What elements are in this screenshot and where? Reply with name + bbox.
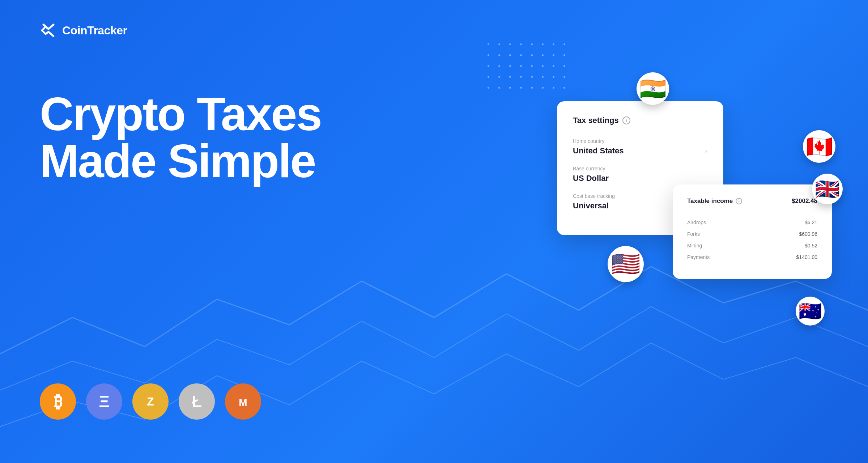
crypto-coins-row: ₿ Ξ Z Ł M	[40, 383, 261, 420]
zcash-coin: Z	[132, 383, 169, 420]
payments-value: $1401.00	[796, 254, 817, 260]
base-currency-label: Base currency	[573, 166, 707, 171]
income-info-icon[interactable]: i	[736, 198, 742, 204]
base-currency-value: US Dollar	[573, 174, 609, 183]
hero-section: Crypto Taxes Made Simple	[40, 90, 321, 184]
bitcoin-coin: ₿	[40, 383, 76, 420]
taxable-income-label: Taxable income	[687, 197, 733, 205]
income-card: Taxable income i $2002.48 Airdrops $6.21…	[673, 184, 832, 279]
mining-row: Mining $0.52	[687, 243, 817, 249]
svg-text:M: M	[239, 397, 247, 408]
logo[interactable]: CoinTracker	[40, 22, 127, 39]
uk-flag: 🇬🇧	[812, 174, 843, 204]
india-flag: 🇮🇳	[637, 72, 669, 105]
hero-line1: Crypto Taxes	[40, 90, 321, 137]
ethereum-coin: Ξ	[86, 383, 122, 420]
hero-line2: Made Simple	[40, 137, 321, 184]
litecoin-coin: Ł	[179, 383, 215, 420]
forks-value: $600.96	[799, 231, 817, 237]
cost-base-value: Universal	[573, 201, 609, 211]
ui-cards-area: 🇮🇳 🇨🇦 🇬🇧 🇺🇸 🇦🇺 Tax settings i Home count…	[557, 72, 832, 347]
payments-row: Payments $1401.00	[687, 254, 817, 260]
monero-coin: M	[225, 383, 261, 420]
canada-flag: 🇨🇦	[803, 130, 835, 163]
home-country-field[interactable]: Home country United States ›	[573, 138, 707, 156]
payments-label: Payments	[687, 254, 710, 260]
svg-text:Z: Z	[147, 395, 154, 408]
tax-info-icon[interactable]: i	[622, 116, 630, 124]
australia-flag: 🇦🇺	[796, 297, 825, 326]
mining-value: $0.52	[805, 243, 817, 249]
home-country-chevron: ›	[705, 147, 707, 155]
forks-row: Forks $600.96	[687, 231, 817, 237]
divider	[687, 212, 817, 212]
cointracker-logo-icon	[40, 22, 57, 39]
taxable-income-value: $2002.48	[792, 197, 817, 205]
home-country-label: Home country	[573, 138, 707, 144]
tax-card-title: Tax settings	[573, 116, 619, 125]
base-currency-field[interactable]: Base currency US Dollar	[573, 166, 707, 183]
airdrops-label: Airdrops	[687, 220, 706, 225]
home-country-value: United States	[573, 146, 624, 156]
airdrops-value: $6.21	[805, 220, 817, 225]
forks-label: Forks	[687, 231, 700, 237]
usa-flag: 🇺🇸	[608, 246, 644, 282]
brand-name: CoinTracker	[62, 24, 127, 37]
airdrops-row: Airdrops $6.21	[687, 220, 817, 225]
mining-label: Mining	[687, 243, 702, 249]
